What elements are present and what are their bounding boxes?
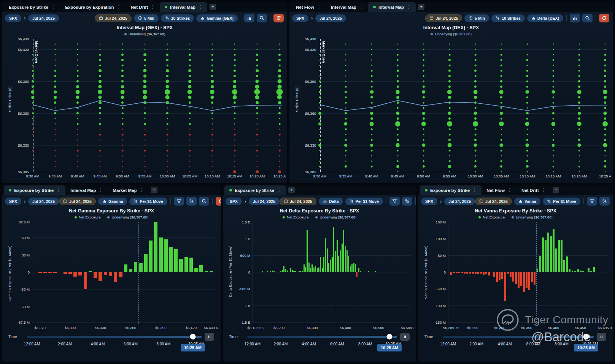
gridline — [32, 237, 215, 238]
jul-24-2025-pill[interactable]: Jul 24, 2025 — [59, 198, 96, 205]
add-tab-button[interactable]: + — [151, 187, 157, 193]
tab-menu-icon[interactable]: ⋮ — [277, 188, 281, 193]
tab-interval-map[interactable]: Interval Map⋮ — [65, 185, 108, 195]
add-tab-button[interactable]: + — [288, 187, 295, 193]
percent-button[interactable] — [599, 197, 610, 206]
expiration-date-pill[interactable]: Jul 24, 2025 — [315, 14, 346, 22]
search-button[interactable] — [199, 197, 209, 206]
exposure-bar — [332, 257, 333, 272]
symbol-pill[interactable]: SPX — [421, 198, 437, 205]
legend-item[interactable]: Underlying ($6,367.60) — [431, 32, 472, 36]
pause-button[interactable] — [597, 333, 606, 341]
jul-24-2025-pill[interactable]: Jul 24, 2025 — [280, 198, 316, 205]
jul-24-2025-pill[interactable]: Jul 24, 2025 — [95, 14, 132, 22]
tab-exposure-by-strike[interactable]: Exposure by Strike⋮ — [224, 185, 286, 195]
bar-chart-button[interactable] — [244, 14, 254, 22]
tab-net-flow[interactable]: Net Flow⋮ — [291, 2, 326, 12]
exposure-bubble — [234, 49, 235, 50]
tab-exposure-by-strike[interactable]: Exposure by Strike⋮ — [4, 2, 60, 12]
tab-menu-icon[interactable]: ⋮ — [51, 5, 55, 9]
search-button[interactable] — [257, 14, 267, 22]
expiration-date-pill[interactable]: Jul 24, 2025 — [28, 14, 59, 22]
tab-exposure-by-expiration[interactable]: Exposure by Expiration⋮ — [60, 2, 126, 12]
legend-item[interactable]: Net Exposure — [283, 215, 309, 219]
per-1-move-pill[interactable]: Per $1 Move — [129, 198, 167, 205]
jul-24-2025-pill[interactable]: Jul 24, 2025 — [475, 198, 512, 205]
tab-net-drift[interactable]: Net Drift⋮ — [126, 2, 160, 12]
10-strikes-pill[interactable]: 10 Strikes — [491, 14, 525, 22]
expiration-date-pill[interactable]: Jul 24, 2025 — [444, 198, 475, 205]
pause-button[interactable] — [205, 333, 214, 341]
tab-menu-icon[interactable]: ⋮ — [472, 188, 477, 193]
tab-menu-icon[interactable]: ⋮ — [151, 5, 155, 9]
add-tab-button[interactable]: + — [553, 187, 559, 193]
5-min-pill[interactable]: 5 Min — [464, 14, 489, 22]
expiration-date-pill[interactable]: Jul 24, 2025 — [28, 198, 59, 205]
tab-net-drift[interactable]: Net Drift⋮ — [516, 185, 550, 195]
per-1-move-pill[interactable]: Per $1 Move — [345, 198, 383, 205]
tab-menu-icon[interactable]: ⋮ — [56, 188, 60, 193]
time-slider-track[interactable] — [443, 336, 594, 338]
tab-exposure-by-strike[interactable]: Exposure by Strike⋮ — [420, 185, 482, 195]
legend-item[interactable]: Net Exposure — [75, 215, 101, 219]
legend-item[interactable]: Underlying ($6,367.60) — [315, 215, 356, 219]
delta-pill[interactable]: Delta — [319, 198, 343, 205]
gamma-pill[interactable]: Gamma — [98, 198, 127, 205]
symbol-pill[interactable]: SPX — [226, 198, 242, 205]
10-strikes-pill[interactable]: 10 Strikes — [161, 14, 194, 22]
vanna-pill[interactable]: Vanna — [514, 198, 540, 205]
tab-menu-icon[interactable]: ⋮ — [359, 5, 363, 9]
bar-chart-button[interactable] — [570, 14, 580, 22]
time-slider-track[interactable] — [27, 336, 202, 338]
expiration-date-pill[interactable]: Jul 24, 2025 — [249, 198, 280, 205]
time-slider-handle[interactable] — [387, 334, 393, 340]
tab-menu-icon[interactable]: ⋮ — [117, 5, 121, 9]
pause-button[interactable] — [400, 333, 410, 341]
filter-button[interactable] — [587, 197, 597, 206]
tab-menu-icon[interactable]: ⋮ — [99, 188, 103, 193]
symbol-pill[interactable]: SPX — [292, 14, 308, 22]
legend-item[interactable]: Underlying ($6,367.60) — [107, 215, 148, 219]
tab-market-map[interactable]: Market Map⋮ — [108, 185, 148, 195]
refresh-button[interactable] — [599, 14, 609, 22]
search-button[interactable] — [582, 14, 593, 22]
tab-net-flow[interactable]: Net Flow⋮ — [482, 185, 516, 195]
tab-menu-icon[interactable]: ⋮ — [198, 5, 202, 9]
time-slider-handle[interactable] — [190, 334, 196, 340]
percent-button[interactable] — [402, 197, 412, 206]
add-tab-button[interactable]: + — [210, 4, 216, 10]
tab-exposure-by-strike[interactable]: Exposure by Strike⋮ — [4, 185, 65, 195]
per-1-move-pill[interactable]: Per $1 Move — [543, 198, 580, 205]
symbol-pill[interactable]: SPX — [5, 198, 21, 205]
delta-dex--pill[interactable]: Delta (DEX) — [527, 14, 563, 22]
legend-item[interactable]: Net Exposure — [478, 215, 505, 219]
exposure-bar — [317, 268, 318, 272]
search-button[interactable] — [415, 197, 416, 206]
time-slider-handle[interactable] — [583, 334, 589, 340]
exposure-bubble — [475, 59, 477, 61]
exposure-bubble — [604, 165, 606, 168]
jul-24-2025-pill[interactable]: Jul 24, 2025 — [425, 14, 462, 22]
filter-button[interactable] — [389, 197, 400, 206]
tab-interval-map[interactable]: Interval Map⋮ — [326, 2, 368, 12]
symbol-pill[interactable]: SPX — [5, 14, 21, 22]
legend-label: Underlying ($6,367.60) — [516, 215, 553, 219]
tab-menu-icon[interactable]: ⋮ — [140, 188, 144, 193]
tab-menu-icon[interactable]: ⋮ — [507, 188, 512, 193]
tab-interval-map[interactable]: Interval Map⋮ — [160, 2, 207, 12]
refresh-button[interactable] — [216, 197, 221, 206]
gamma-gex--pill[interactable]: Gamma (GEX) — [196, 14, 238, 22]
add-tab-button[interactable]: + — [418, 4, 424, 10]
exposure-bubble — [449, 49, 450, 50]
tab-menu-icon[interactable]: ⋮ — [407, 5, 411, 9]
percent-button[interactable] — [186, 197, 197, 206]
filter-button[interactable] — [174, 197, 184, 206]
refresh-button[interactable] — [273, 14, 284, 22]
tab-menu-icon[interactable]: ⋮ — [541, 188, 545, 193]
legend-item[interactable]: Underlying ($6,367.60) — [124, 32, 165, 36]
time-slider-track[interactable] — [247, 336, 397, 338]
5-min-pill[interactable]: 5 Min — [134, 14, 159, 22]
tab-menu-icon[interactable]: ⋮ — [317, 5, 321, 9]
legend-item[interactable]: Underlying ($6,367.60) — [512, 215, 553, 219]
tab-interval-map[interactable]: Interval Map⋮ — [368, 2, 416, 12]
